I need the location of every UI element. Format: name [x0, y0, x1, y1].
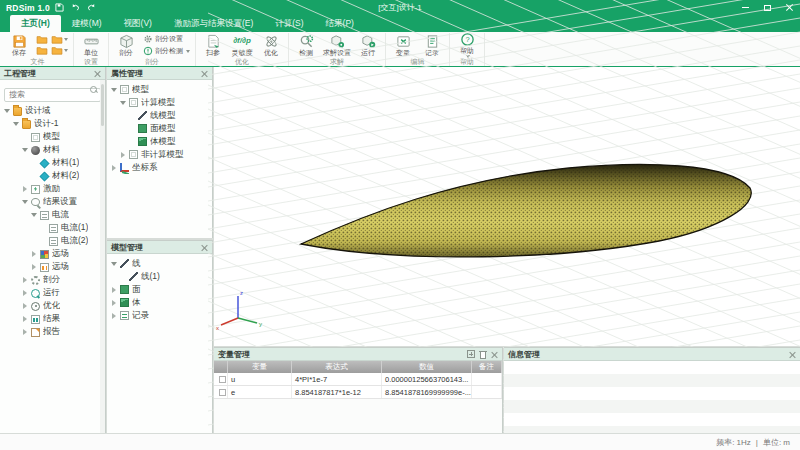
tab-view[interactable]: 视图(V) — [113, 15, 163, 32]
project-panel-header: 工程管理 — [0, 67, 105, 80]
tree-item[interactable]: 结果 — [0, 313, 105, 326]
tree-item[interactable]: 线模型 — [107, 109, 212, 122]
viewport-3d[interactable]: z x y — [214, 67, 800, 346]
tree-item[interactable]: 非计算模型 — [107, 148, 212, 161]
expand-arrow-icon[interactable] — [21, 315, 29, 323]
folder-button-3[interactable] — [36, 46, 48, 55]
tree-item[interactable]: 模型 — [0, 131, 105, 144]
tree-item[interactable]: 模型 — [107, 83, 212, 96]
airfoil-mesh-model[interactable] — [301, 165, 751, 257]
viewport-canvas[interactable]: z x y — [214, 67, 800, 346]
tree-item[interactable]: 材料(2) — [0, 170, 105, 183]
variables-button[interactable]: 变量 — [391, 34, 415, 57]
expand-arrow-icon[interactable] — [30, 250, 38, 258]
undo-button[interactable] — [69, 1, 82, 14]
expand-arrow-icon[interactable] — [110, 299, 118, 307]
folder-button-1[interactable] — [36, 35, 48, 44]
tree-item[interactable]: 设计-1 — [0, 118, 105, 131]
maximize-button[interactable] — [756, 0, 778, 15]
save-button[interactable]: 保存 — [7, 34, 31, 57]
tree-item[interactable]: 结果设置 — [0, 196, 105, 209]
close-panel-button[interactable] — [491, 351, 498, 358]
expand-arrow-icon[interactable] — [110, 86, 118, 94]
z-axis-label: z — [240, 290, 243, 296]
scrollbar-thumb[interactable] — [101, 84, 104, 126]
dropdown-caret-icon — [186, 50, 190, 53]
expand-arrow-icon[interactable] — [119, 151, 127, 159]
row-checkbox[interactable] — [219, 376, 226, 383]
sweep-button[interactable]: 扫参 — [201, 34, 225, 57]
tree-item[interactable]: 线(1) — [107, 270, 212, 283]
tree-item[interactable]: 优化 — [0, 300, 105, 313]
unit-button[interactable]: 单位 — [79, 34, 103, 57]
document-title: [交互]设计-1 — [0, 2, 800, 13]
add-variable-button[interactable] — [467, 350, 475, 358]
delete-variable-button[interactable] — [479, 350, 487, 359]
project-manager-panel: 工程管理 设计域设计-1模型材料材料(1)材料(2)激励结果设置电流电流(1)电… — [0, 67, 106, 433]
tree-item[interactable]: 激励 — [0, 183, 105, 196]
expand-arrow-icon[interactable] — [30, 263, 38, 271]
variable-row[interactable]: e8.854187817*1e-128.8541878169999999e-..… — [214, 386, 502, 399]
minimize-button[interactable] — [734, 0, 756, 15]
tree-item[interactable]: 材料(1) — [0, 157, 105, 170]
tree-item[interactable]: 电流 — [0, 209, 105, 222]
project-scrollbar[interactable] — [100, 80, 105, 433]
tree-item[interactable]: 材料 — [0, 144, 105, 157]
run-button[interactable]: 运行 — [356, 34, 380, 57]
tree-item[interactable]: 面模型 — [107, 122, 212, 135]
tree-item[interactable]: 远场 — [0, 261, 105, 274]
expand-arrow-icon[interactable] — [21, 198, 29, 206]
mesh-settings-button[interactable]: 剖分设置 — [143, 34, 190, 44]
tree-item[interactable]: 运行 — [0, 287, 105, 300]
mesh-button[interactable]: 剖分 — [114, 34, 138, 57]
folder-button-4[interactable] — [51, 46, 68, 55]
close-panel-button[interactable] — [789, 351, 796, 358]
row-checkbox[interactable] — [219, 389, 226, 396]
tree-item[interactable]: 电流(1) — [0, 222, 105, 235]
close-panel-button[interactable] — [94, 70, 101, 77]
sensitivity-button[interactable]: ∂f/∂p 灵敏度 — [230, 34, 254, 57]
tab-home[interactable]: 主页(H) — [10, 15, 61, 32]
expand-arrow-icon[interactable] — [21, 146, 29, 154]
check-button[interactable]: 检测 — [294, 34, 318, 57]
tab-excitation-results[interactable]: 激励源与结果设置(E) — [163, 15, 264, 32]
tree-item[interactable]: 电流(2) — [0, 235, 105, 248]
expand-arrow-icon[interactable] — [21, 289, 29, 297]
expand-arrow-icon[interactable] — [119, 99, 127, 107]
tree-item[interactable]: 线 — [107, 257, 212, 270]
tree-item[interactable]: 体 — [107, 296, 212, 309]
tree-item[interactable]: 剖分 — [0, 274, 105, 287]
expand-arrow-icon[interactable] — [21, 328, 29, 336]
tree-item[interactable]: 设计域 — [0, 105, 105, 118]
tree-item[interactable]: 远场 — [0, 248, 105, 261]
tree-item[interactable]: 记录 — [107, 309, 212, 322]
close-panel-button[interactable] — [201, 70, 208, 77]
close-panel-button[interactable] — [201, 244, 208, 251]
expand-arrow-icon[interactable] — [12, 120, 20, 128]
tree-item[interactable]: 报告 — [0, 326, 105, 339]
quick-save-button[interactable] — [53, 1, 66, 14]
tree-item[interactable]: 坐标系 — [107, 161, 212, 174]
help-button[interactable]: ? 帮助 — [455, 32, 479, 58]
search-input[interactable] — [4, 88, 101, 102]
mesh-check-button[interactable]: 剖分检测 — [143, 46, 190, 56]
expand-arrow-icon[interactable] — [21, 302, 29, 310]
folder-button-2[interactable] — [51, 35, 68, 44]
expand-arrow-icon[interactable] — [3, 107, 11, 115]
expand-arrow-icon[interactable] — [21, 276, 29, 284]
variable-row[interactable]: u4*PI*1e-70.00000125663706143... — [214, 373, 502, 386]
expand-arrow-icon[interactable] — [110, 260, 118, 268]
expand-arrow-icon[interactable] — [21, 185, 29, 193]
expand-arrow-icon[interactable] — [110, 312, 118, 320]
tab-modeling[interactable]: 建模(M) — [61, 15, 113, 32]
tree-item-label: 报告 — [43, 326, 60, 338]
excitation-icon — [31, 185, 40, 194]
tree-item-label: 线 — [132, 258, 141, 270]
tree-item[interactable]: 计算模型 — [107, 96, 212, 109]
tree-item[interactable]: 面 — [107, 283, 212, 296]
expand-arrow-icon[interactable] — [110, 164, 118, 172]
tree-item[interactable]: 体模型 — [107, 135, 212, 148]
redo-button[interactable] — [85, 1, 98, 14]
expand-arrow-icon[interactable] — [110, 286, 118, 294]
expand-arrow-icon[interactable] — [30, 211, 38, 219]
